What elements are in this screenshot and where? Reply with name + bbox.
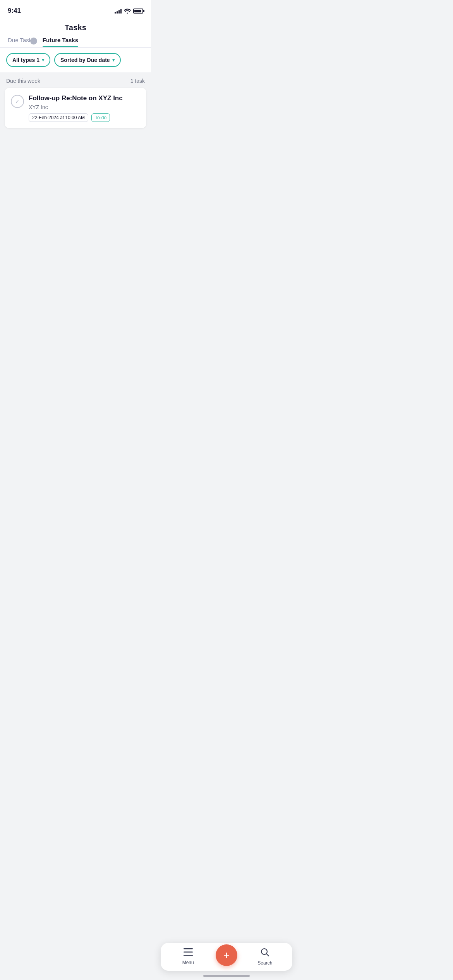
task-title: Follow-up Re:Note on XYZ Inc bbox=[29, 94, 140, 103]
status-time: 9:41 bbox=[8, 7, 21, 15]
task-row: ✓ Follow-up Re:Note on XYZ Inc XYZ Inc 2… bbox=[11, 94, 140, 122]
section-header: Due this week 1 task bbox=[0, 72, 151, 88]
filter-bar: All types 1 ▾ Sorted by Due date ▾ bbox=[0, 48, 151, 72]
chevron-down-icon: ▾ bbox=[42, 57, 44, 63]
tabs-container: Due Tasks Future Tasks bbox=[0, 32, 151, 47]
task-meta: 22-Feb-2024 at 10:00 AM To-do bbox=[29, 113, 140, 122]
header: Tasks bbox=[0, 19, 151, 32]
signal-icon bbox=[115, 8, 122, 14]
tab-dot bbox=[30, 38, 37, 45]
task-checkbox[interactable]: ✓ bbox=[11, 95, 24, 108]
status-bar: 9:41 bbox=[0, 0, 151, 19]
wifi-icon bbox=[124, 8, 131, 14]
battery-icon bbox=[133, 9, 143, 14]
task-company: XYZ Inc bbox=[29, 104, 140, 110]
task-card[interactable]: ✓ Follow-up Re:Note on XYZ Inc XYZ Inc 2… bbox=[5, 88, 146, 128]
task-badge: To-do bbox=[91, 113, 110, 122]
section-label: Due this week bbox=[6, 78, 40, 84]
check-icon: ✓ bbox=[15, 98, 20, 105]
tab-future-tasks[interactable]: Future Tasks bbox=[43, 37, 78, 47]
page-title: Tasks bbox=[8, 23, 143, 32]
sort-filter[interactable]: Sorted by Due date ▾ bbox=[54, 53, 121, 67]
task-content: Follow-up Re:Note on XYZ Inc XYZ Inc 22-… bbox=[29, 94, 140, 122]
main-content: Due this week 1 task ✓ Follow-up Re:Note… bbox=[0, 72, 151, 266]
section-count: 1 task bbox=[130, 78, 145, 84]
task-date: 22-Feb-2024 at 10:00 AM bbox=[29, 113, 88, 122]
chevron-down-icon: ▾ bbox=[112, 57, 115, 63]
all-types-filter[interactable]: All types 1 ▾ bbox=[6, 53, 50, 67]
status-icons bbox=[115, 8, 143, 14]
